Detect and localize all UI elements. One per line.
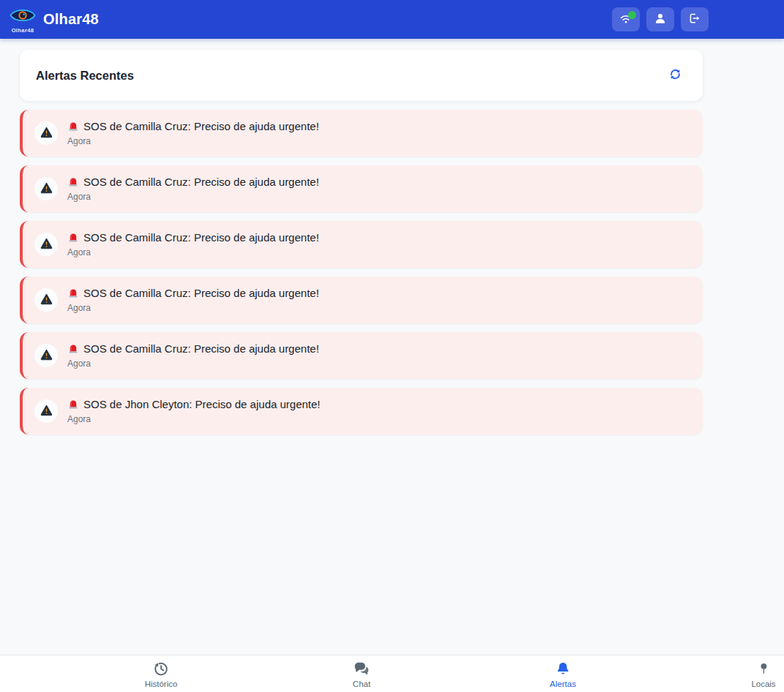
alert-badge	[34, 233, 58, 256]
refresh-icon	[668, 67, 683, 84]
nav-item-label: Alertas	[550, 680, 576, 688]
alert-item[interactable]: SOS de Jhon Cleyton: Preciso de ajuda ur…	[20, 388, 703, 435]
alert-body: SOS de Camilla Cruz: Preciso de ajuda ur…	[67, 342, 319, 369]
alert-item[interactable]: SOS de Camilla Cruz: Preciso de ajuda ur…	[20, 332, 703, 379]
nav-item-label: Locais	[751, 680, 775, 688]
clock-history-icon	[152, 661, 169, 679]
alert-message: SOS de Camilla Cruz: Preciso de ajuda ur…	[83, 342, 319, 356]
alert-badge	[34, 121, 58, 145]
app-header: Olhar48 Olhar48	[0, 0, 784, 39]
alert-body: SOS de Camilla Cruz: Preciso de ajuda ur…	[67, 120, 319, 146]
alert-body: SOS de Jhon Cleyton: Preciso de ajuda ur…	[67, 398, 321, 424]
alert-message: SOS de Camilla Cruz: Preciso de ajuda ur…	[83, 287, 319, 300]
warning-triangle-icon	[40, 293, 53, 308]
chat-icon	[353, 661, 370, 678]
alert-time: Agora	[67, 414, 321, 424]
alert-message: SOS de Camilla Cruz: Preciso de ajuda ur…	[83, 231, 319, 244]
alerts-list: SOS de Camilla Cruz: Preciso de ajuda ur…	[20, 110, 703, 443]
warning-triangle-icon	[40, 126, 53, 141]
siren-icon	[67, 399, 79, 410]
bell-icon	[555, 661, 571, 679]
siren-icon	[67, 121, 79, 132]
alert-message: SOS de Camilla Cruz: Preciso de ajuda ur…	[83, 176, 319, 189]
nav-item-alertas[interactable]: Alertas	[545, 660, 580, 689]
alert-time: Agora	[67, 247, 319, 257]
siren-icon	[67, 343, 79, 355]
alert-item[interactable]: SOS de Camilla Cruz: Preciso de ajuda ur…	[20, 165, 703, 212]
siren-icon	[67, 287, 79, 299]
alert-message-row: SOS de Camilla Cruz: Preciso de ajuda ur…	[67, 231, 319, 244]
siren-icon	[67, 176, 79, 188]
alert-time: Agora	[67, 136, 319, 146]
online-status-dot	[628, 11, 636, 19]
alert-time: Agora	[67, 358, 319, 369]
panel-title: Alertas Recentes	[36, 69, 134, 83]
warning-triangle-icon	[40, 348, 53, 364]
alert-item[interactable]: SOS de Camilla Cruz: Preciso de ajuda ur…	[20, 110, 703, 157]
alert-time: Agora	[67, 192, 319, 202]
alert-message-row: SOS de Jhon Cleyton: Preciso de ajuda ur…	[67, 398, 321, 411]
user-icon	[654, 12, 667, 27]
alerts-panel-header: Alertas Recentes	[20, 50, 703, 101]
alert-message-row: SOS de Camilla Cruz: Preciso de ajuda ur…	[67, 287, 319, 300]
alert-message: SOS de Jhon Cleyton: Preciso de ajuda ur…	[83, 398, 321, 411]
alert-body: SOS de Camilla Cruz: Preciso de ajuda ur…	[67, 287, 319, 313]
alert-body: SOS de Camilla Cruz: Preciso de ajuda ur…	[67, 176, 319, 202]
nav-item-label: Histórico	[145, 680, 178, 688]
alert-badge	[34, 344, 58, 367]
alert-item[interactable]: SOS de Camilla Cruz: Preciso de ajuda ur…	[20, 277, 703, 323]
nav-item-chat[interactable]: Chat	[348, 660, 375, 689]
alert-item[interactable]: SOS de Camilla Cruz: Preciso de ajuda ur…	[20, 221, 703, 268]
warning-triangle-icon	[40, 237, 53, 252]
app-logo: Olhar48	[9, 6, 37, 34]
logout-button[interactable]	[681, 7, 709, 31]
warning-triangle-icon	[40, 181, 53, 197]
nav-item-historico[interactable]: Histórico	[141, 660, 182, 689]
alert-message-row: SOS de Camilla Cruz: Preciso de ajuda ur…	[67, 342, 319, 356]
logout-icon	[688, 12, 701, 27]
alert-time: Agora	[67, 303, 319, 313]
alert-message-row: SOS de Camilla Cruz: Preciso de ajuda ur…	[67, 120, 319, 133]
refresh-button[interactable]	[666, 65, 684, 86]
app-title: Olhar48	[43, 11, 99, 28]
alert-badge	[34, 177, 58, 200]
nav-item-label: Chat	[353, 680, 370, 688]
header-buttons	[612, 7, 709, 31]
bottom-nav: Histórico Chat Alertas Locais	[0, 655, 784, 692]
pin-icon	[756, 661, 771, 679]
siren-icon	[67, 232, 79, 244]
profile-button[interactable]	[646, 7, 674, 31]
alert-message: SOS de Camilla Cruz: Preciso de ajuda ur…	[83, 120, 319, 133]
logo-caption: Olhar48	[12, 28, 34, 34]
alert-message-row: SOS de Camilla Cruz: Preciso de ajuda ur…	[67, 176, 319, 189]
nav-item-locais[interactable]: Locais	[747, 660, 780, 689]
connection-status-button[interactable]	[612, 7, 640, 31]
alert-badge	[34, 288, 58, 312]
eye-logo-icon	[9, 6, 37, 27]
alert-badge	[34, 399, 58, 423]
alert-body: SOS de Camilla Cruz: Preciso de ajuda ur…	[67, 231, 319, 257]
warning-triangle-icon	[40, 404, 53, 419]
